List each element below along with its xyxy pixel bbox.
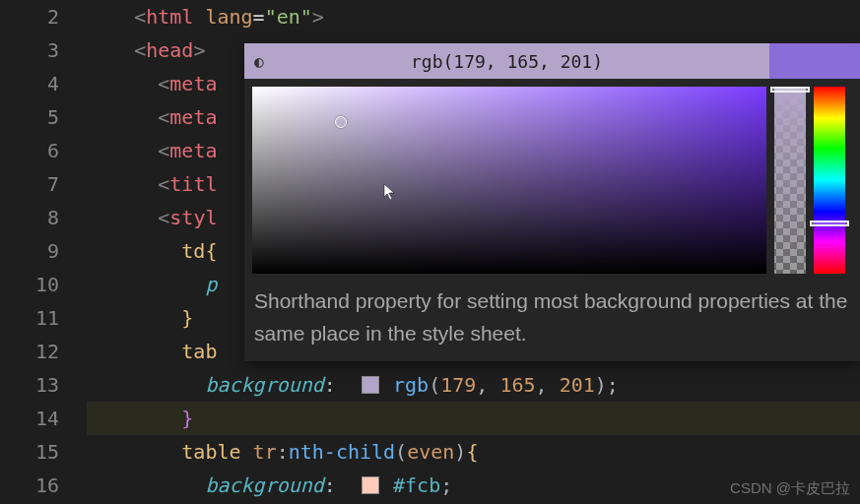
line-number: 11 (10, 301, 59, 335)
code-line: table tr:nth-child(even){ (87, 435, 860, 469)
mouse-cursor-icon (383, 183, 397, 204)
color-picker-popup: ◐ rgb(179, 165, 201) Shorthand property … (244, 43, 860, 361)
hue-slider[interactable] (814, 87, 845, 274)
color-value-readout[interactable]: ◐ rgb(179, 165, 201) (244, 43, 769, 79)
line-number: 10 (10, 268, 59, 301)
line-number: 8 (10, 201, 59, 234)
color-swatch-icon[interactable] (362, 476, 379, 494)
line-gutter: 2 3 4 5 6 7 8 9 10 11 12 13 14 15 16 (0, 0, 79, 504)
line-number: 16 (10, 469, 59, 502)
line-number: 5 (10, 100, 59, 134)
line-number: 6 (10, 134, 59, 167)
line-number: 2 (10, 0, 59, 33)
saturation-value-panel[interactable] (252, 87, 766, 274)
alpha-slider[interactable] (774, 87, 806, 274)
watermark-text: CSDN @卡皮巴拉 (730, 479, 850, 498)
line-number: 9 (10, 234, 59, 268)
line-number: 3 (10, 33, 59, 67)
line-number: 12 (10, 335, 59, 368)
color-swatch-icon[interactable] (362, 376, 379, 394)
line-number: 13 (10, 368, 59, 402)
color-picker-header: ◐ rgb(179, 165, 201) (244, 43, 860, 79)
sv-cursor-icon (335, 116, 347, 128)
alpha-handle-icon (770, 87, 810, 93)
hue-handle-icon (810, 220, 849, 226)
line-number: 15 (10, 435, 59, 469)
code-line: <html lang="en"> (87, 0, 860, 33)
property-description: Shorthand property for setting most back… (244, 282, 860, 361)
line-number: 14 (10, 402, 59, 435)
color-mode-toggle[interactable] (769, 43, 860, 79)
color-value-text: rgb(179, 165, 201) (411, 51, 603, 72)
contrast-icon: ◐ (254, 52, 264, 71)
line-number: 4 (10, 67, 59, 100)
line-number: 7 (10, 167, 59, 201)
code-line: } (87, 402, 860, 435)
code-line: background: rgb(179, 165, 201); (87, 368, 860, 402)
